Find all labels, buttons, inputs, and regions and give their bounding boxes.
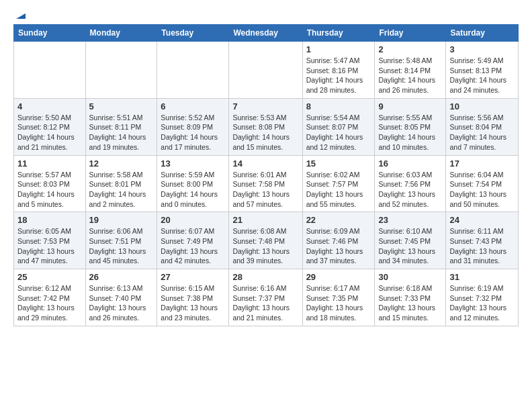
calendar-cell: 23Sunrise: 6:10 AM Sunset: 7:45 PM Dayli… [375, 212, 446, 269]
calendar-header-row: SundayMondayTuesdayWednesdayThursdayFrid… [14, 25, 519, 42]
day-number: 31 [449, 272, 515, 282]
logo-triangle-icon [15, 9, 27, 21]
day-number: 17 [449, 158, 515, 169]
day-info: Sunrise: 5:51 AM Sunset: 8:11 PM Dayligh… [89, 113, 154, 152]
calendar-week-row: 18Sunrise: 6:05 AM Sunset: 7:53 PM Dayli… [14, 212, 519, 269]
calendar-cell: 29Sunrise: 6:17 AM Sunset: 7:35 PM Dayli… [302, 269, 375, 326]
calendar-cell: 19Sunrise: 6:06 AM Sunset: 7:51 PM Dayli… [85, 212, 157, 269]
day-info: Sunrise: 6:03 AM Sunset: 7:56 PM Dayligh… [378, 170, 442, 210]
day-number: 8 [306, 101, 371, 111]
day-info: Sunrise: 6:15 AM Sunset: 7:38 PM Dayligh… [161, 283, 225, 323]
day-number: 16 [378, 158, 442, 169]
day-number: 20 [161, 215, 225, 225]
day-number: 28 [232, 272, 298, 282]
day-number: 22 [306, 215, 371, 225]
day-info: Sunrise: 5:52 AM Sunset: 8:09 PM Dayligh… [161, 113, 225, 152]
day-number: 4 [17, 101, 82, 111]
day-number: 2 [378, 44, 442, 54]
calendar-cell: 13Sunrise: 5:59 AM Sunset: 8:00 PM Dayli… [157, 155, 229, 212]
calendar-cell: 31Sunrise: 6:19 AM Sunset: 7:32 PM Dayli… [446, 269, 519, 326]
svg-marker-0 [16, 13, 26, 19]
day-info: Sunrise: 6:13 AM Sunset: 7:40 PM Dayligh… [89, 283, 154, 323]
header [13, 11, 519, 19]
day-info: Sunrise: 5:59 AM Sunset: 8:00 PM Dayligh… [161, 170, 225, 210]
day-info: Sunrise: 5:57 AM Sunset: 8:03 PM Dayligh… [17, 170, 82, 210]
calendar-cell: 26Sunrise: 6:13 AM Sunset: 7:40 PM Dayli… [85, 269, 157, 326]
day-info: Sunrise: 6:01 AM Sunset: 7:58 PM Dayligh… [232, 170, 298, 210]
day-number: 27 [161, 272, 225, 282]
day-number: 3 [449, 44, 515, 54]
calendar-cell: 15Sunrise: 6:02 AM Sunset: 7:57 PM Dayli… [302, 155, 375, 212]
calendar: SundayMondayTuesdayWednesdayThursdayFrid… [13, 24, 519, 326]
calendar-cell: 11Sunrise: 5:57 AM Sunset: 8:03 PM Dayli… [14, 155, 86, 212]
calendar-cell: 30Sunrise: 6:18 AM Sunset: 7:33 PM Dayli… [375, 269, 446, 326]
day-info: Sunrise: 6:05 AM Sunset: 7:53 PM Dayligh… [17, 226, 82, 266]
calendar-cell: 21Sunrise: 6:08 AM Sunset: 7:48 PM Dayli… [229, 212, 302, 269]
calendar-cell: 4Sunrise: 5:50 AM Sunset: 8:12 PM Daylig… [14, 98, 86, 155]
day-info: Sunrise: 6:08 AM Sunset: 7:48 PM Dayligh… [232, 226, 298, 266]
day-number: 14 [232, 158, 298, 169]
calendar-day-header: Friday [375, 25, 446, 42]
day-info: Sunrise: 6:19 AM Sunset: 7:32 PM Dayligh… [449, 283, 515, 323]
calendar-cell: 24Sunrise: 6:11 AM Sunset: 7:43 PM Dayli… [446, 212, 519, 269]
calendar-day-header: Thursday [302, 25, 375, 42]
calendar-cell: 17Sunrise: 6:04 AM Sunset: 7:54 PM Dayli… [446, 155, 519, 212]
calendar-day-header: Saturday [446, 25, 519, 42]
day-info: Sunrise: 5:50 AM Sunset: 8:12 PM Dayligh… [17, 113, 82, 152]
day-number: 26 [89, 272, 154, 282]
calendar-day-header: Wednesday [229, 25, 302, 42]
day-info: Sunrise: 5:53 AM Sunset: 8:08 PM Dayligh… [232, 113, 298, 152]
day-number: 7 [232, 101, 298, 111]
calendar-cell: 14Sunrise: 6:01 AM Sunset: 7:58 PM Dayli… [229, 155, 302, 212]
day-info: Sunrise: 5:55 AM Sunset: 8:05 PM Dayligh… [378, 113, 442, 152]
calendar-day-header: Monday [85, 25, 157, 42]
calendar-cell: 8Sunrise: 5:54 AM Sunset: 8:07 PM Daylig… [302, 98, 375, 155]
calendar-cell: 18Sunrise: 6:05 AM Sunset: 7:53 PM Dayli… [14, 212, 86, 269]
calendar-cell: 25Sunrise: 6:12 AM Sunset: 7:42 PM Dayli… [14, 269, 86, 326]
day-info: Sunrise: 6:10 AM Sunset: 7:45 PM Dayligh… [378, 226, 442, 266]
calendar-cell: 12Sunrise: 5:58 AM Sunset: 8:01 PM Dayli… [85, 155, 157, 212]
day-number: 11 [17, 158, 82, 169]
calendar-cell: 22Sunrise: 6:09 AM Sunset: 7:46 PM Dayli… [302, 212, 375, 269]
day-number: 29 [306, 272, 371, 282]
day-number: 15 [306, 158, 371, 169]
day-number: 21 [232, 215, 298, 225]
day-info: Sunrise: 6:18 AM Sunset: 7:33 PM Dayligh… [378, 283, 442, 323]
calendar-cell: 7Sunrise: 5:53 AM Sunset: 8:08 PM Daylig… [229, 98, 302, 155]
day-number: 25 [17, 272, 82, 282]
day-number: 18 [17, 215, 82, 225]
calendar-cell: 6Sunrise: 5:52 AM Sunset: 8:09 PM Daylig… [157, 98, 229, 155]
calendar-cell [14, 42, 86, 99]
day-info: Sunrise: 6:11 AM Sunset: 7:43 PM Dayligh… [449, 226, 515, 266]
calendar-cell [157, 42, 229, 99]
calendar-cell: 16Sunrise: 6:03 AM Sunset: 7:56 PM Dayli… [375, 155, 446, 212]
calendar-cell [229, 42, 302, 99]
day-info: Sunrise: 5:47 AM Sunset: 8:16 PM Dayligh… [306, 56, 371, 95]
day-info: Sunrise: 5:58 AM Sunset: 8:01 PM Dayligh… [89, 170, 154, 210]
day-number: 30 [378, 272, 442, 282]
calendar-week-row: 11Sunrise: 5:57 AM Sunset: 8:03 PM Dayli… [14, 155, 519, 212]
calendar-cell: 27Sunrise: 6:15 AM Sunset: 7:38 PM Dayli… [157, 269, 229, 326]
calendar-cell: 20Sunrise: 6:07 AM Sunset: 7:49 PM Dayli… [157, 212, 229, 269]
calendar-cell: 2Sunrise: 5:48 AM Sunset: 8:14 PM Daylig… [375, 42, 446, 99]
calendar-cell: 28Sunrise: 6:16 AM Sunset: 7:37 PM Dayli… [229, 269, 302, 326]
day-number: 23 [378, 215, 442, 225]
logo [13, 11, 27, 19]
day-number: 10 [449, 101, 515, 111]
day-info: Sunrise: 6:09 AM Sunset: 7:46 PM Dayligh… [306, 226, 371, 266]
calendar-cell: 5Sunrise: 5:51 AM Sunset: 8:11 PM Daylig… [85, 98, 157, 155]
day-info: Sunrise: 6:07 AM Sunset: 7:49 PM Dayligh… [161, 226, 225, 266]
day-number: 13 [161, 158, 225, 169]
day-info: Sunrise: 6:12 AM Sunset: 7:42 PM Dayligh… [17, 283, 82, 323]
calendar-week-row: 25Sunrise: 6:12 AM Sunset: 7:42 PM Dayli… [14, 269, 519, 326]
day-number: 1 [306, 44, 371, 54]
day-info: Sunrise: 6:02 AM Sunset: 7:57 PM Dayligh… [306, 170, 371, 210]
calendar-day-header: Tuesday [157, 25, 229, 42]
day-number: 19 [89, 215, 154, 225]
day-number: 5 [89, 101, 154, 111]
calendar-cell: 10Sunrise: 5:56 AM Sunset: 8:04 PM Dayli… [446, 98, 519, 155]
day-number: 12 [89, 158, 154, 169]
day-info: Sunrise: 6:04 AM Sunset: 7:54 PM Dayligh… [449, 170, 515, 210]
day-info: Sunrise: 6:06 AM Sunset: 7:51 PM Dayligh… [89, 226, 154, 266]
calendar-cell: 9Sunrise: 5:55 AM Sunset: 8:05 PM Daylig… [375, 98, 446, 155]
